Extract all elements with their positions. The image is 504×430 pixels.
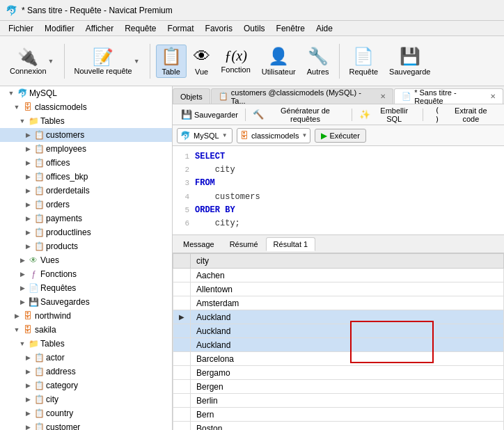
result-tab-resume[interactable]: Résumé — [222, 237, 266, 251]
table-row[interactable]: Auckland — [173, 338, 504, 352]
execute-play-icon: ▶ — [321, 131, 327, 141]
generateur-button[interactable]: 🔨 Générateur de requêtes — [249, 105, 349, 125]
sidebar-item-orderdetails[interactable]: ▶ 📋 orderdetails — [0, 184, 172, 198]
expand-orderdetails[interactable]: ▶ — [22, 187, 33, 194]
nouvelle-requete-button[interactable]: 📝 Nouvelle requête ▼ — [70, 46, 144, 77]
sidebar-item-sauvegardes[interactable]: ▶ 💾 Sauvegardes — [0, 295, 172, 309]
sidebar-item-category[interactable]: ▶ 📋 category — [0, 379, 172, 392]
sidebar-item-vues[interactable]: ▶ 👁 Vues — [0, 253, 172, 267]
expand-sakila[interactable]: ▼ — [11, 326, 22, 333]
table-row[interactable]: ▶Auckland — [173, 310, 504, 324]
expand-city[interactable]: ▶ — [22, 396, 33, 403]
expand-customer[interactable]: ▶ — [22, 424, 33, 430]
expand-tables[interactable]: ▼ — [17, 118, 28, 125]
menubar-item-aide[interactable]: Aide — [310, 22, 338, 35]
expand-mysql[interactable]: ▼ — [6, 90, 17, 97]
db-name-select[interactable]: 🗄 classicmodels ▼ — [237, 128, 310, 143]
expand-employees[interactable]: ▶ — [22, 145, 33, 152]
sidebar-item-country[interactable]: ▶ 📋 country — [0, 406, 172, 420]
embellir-button[interactable]: ✨ Embellir SQL — [355, 105, 420, 125]
table-row[interactable]: Allentown — [173, 282, 504, 296]
tab-objects[interactable]: Objets — [173, 88, 210, 104]
table-row[interactable]: Bern — [173, 408, 504, 422]
sidebar-item-classicmodels[interactable]: ▼ 🗄 classicmodels — [0, 100, 172, 114]
sidebar-item-city[interactable]: ▶ 📋 city — [0, 392, 172, 406]
sidebar-item-productlines[interactable]: ▶ 📋 productlines — [0, 225, 172, 239]
expand-products[interactable]: ▶ — [22, 243, 33, 250]
tab-query-close[interactable]: ✕ — [490, 93, 496, 100]
result-tab-resultat1[interactable]: Résultat 1 — [266, 237, 316, 251]
sidebar-item-tables-folder[interactable]: ▼ 📁 Tables — [0, 114, 172, 128]
expand-northwind[interactable]: ▶ — [11, 312, 22, 319]
sidebar-item-sakila-tables[interactable]: ▼ 📁 Tables — [0, 337, 172, 351]
utilisateur-button[interactable]: 👤 Utilisateur — [258, 45, 300, 77]
sidebar-item-northwind[interactable]: ▶ 🗄 northwind — [0, 309, 172, 323]
results-header-row: city — [173, 254, 504, 269]
sauvegarde-button[interactable]: 💾 Sauvegarde — [385, 45, 434, 77]
results-container[interactable]: city AachenAllentownAmsterdam▶AucklandAu… — [173, 253, 504, 430]
sidebar-item-customer[interactable]: ▶ 📋 customer — [0, 420, 172, 430]
menubar-item-fichier[interactable]: Fichier — [3, 22, 39, 35]
menubar-item-requête[interactable]: Requête — [119, 22, 162, 35]
table-row[interactable]: Boston — [173, 422, 504, 430]
sidebar-item-payments[interactable]: ▶ 📋 payments — [0, 212, 172, 225]
table-row[interactable]: Bergamo — [173, 366, 504, 380]
fonction-button[interactable]: ƒ(x) Fonction — [217, 47, 255, 75]
extraire-button[interactable]: ( ) Extrait de code — [426, 104, 500, 125]
sidebar-item-requetes[interactable]: ▶ 📄 Requêtes — [0, 281, 172, 295]
expand-category[interactable]: ▶ — [22, 382, 33, 389]
expand-classicmodels[interactable]: ▼ — [11, 104, 22, 111]
table-row[interactable]: Aachen — [173, 269, 504, 282]
table-row[interactable]: Amsterdam — [173, 296, 504, 310]
menubar-item-outils[interactable]: Outils — [238, 22, 271, 35]
expand-offices-bkp[interactable]: ▶ — [22, 173, 33, 180]
connexion-button[interactable]: 🔌 Connexion ▼ — [6, 46, 58, 77]
menubar-item-afficher[interactable]: Afficher — [80, 22, 119, 35]
expand-offices[interactable]: ▶ — [22, 159, 33, 166]
sidebar-item-mysql[interactable]: ▼ 🐬 MySQL — [0, 86, 172, 100]
expand-sakila-tables[interactable]: ▼ — [17, 340, 28, 347]
table-row[interactable]: Barcelona — [173, 352, 504, 366]
sidebar-item-customers[interactable]: ▶ 📋 customers — [0, 128, 172, 142]
expand-payments[interactable]: ▶ — [22, 215, 33, 222]
code-editor[interactable]: 1 SELECT 2 city 3 FROM 4 customers 5 ORD… — [173, 146, 504, 235]
expand-requetes[interactable]: ▶ — [17, 285, 28, 292]
expand-address[interactable]: ▶ — [22, 368, 33, 375]
expand-customers[interactable]: ▶ — [22, 132, 33, 138]
expand-orders[interactable]: ▶ — [22, 201, 33, 208]
autres-button[interactable]: 🔧 Autres — [303, 45, 333, 77]
sidebar-item-fonctions[interactable]: ▶ ƒ Fonctions — [0, 267, 172, 281]
sauvegarder-button[interactable]: 💾 Sauvegarder — [177, 108, 242, 121]
menubar-item-fenêtre[interactable]: Fenêtre — [271, 22, 310, 35]
table-row[interactable]: Bergen — [173, 380, 504, 394]
tab-customers-close[interactable]: ✕ — [380, 93, 386, 100]
sidebar-item-sakila[interactable]: ▼ 🗄 sakila — [0, 323, 172, 337]
db-engine-select[interactable]: 🐬 MySQL ▼ — [177, 128, 233, 143]
sidebar-item-address[interactable]: ▶ 📋 address — [0, 365, 172, 379]
menubar-item-modifier[interactable]: Modifier — [39, 22, 80, 35]
table-button[interactable]: 📋 Table — [156, 45, 187, 78]
sidebar-item-orders[interactable]: ▶ 📋 orders — [0, 198, 172, 212]
menubar-item-favoris[interactable]: Favoris — [200, 22, 238, 35]
result-tab-message[interactable]: Message — [175, 237, 222, 251]
table-row[interactable]: Auckland — [173, 324, 504, 338]
expand-vues[interactable]: ▶ — [17, 257, 28, 264]
menubar-item-format[interactable]: Format — [162, 22, 200, 35]
sidebar-item-actor[interactable]: ▶ 📋 actor — [0, 351, 172, 365]
nouvelle-requete-label: Nouvelle requête — [74, 67, 132, 75]
table-row[interactable]: Berlin — [173, 394, 504, 408]
tab-customers[interactable]: 📋 customers @classicmodels (MySQL) - Ta.… — [211, 88, 393, 104]
sidebar-item-products[interactable]: ▶ 📋 products — [0, 239, 172, 253]
sidebar-item-offices[interactable]: ▶ 📋 offices — [0, 156, 172, 170]
expand-productlines[interactable]: ▶ — [22, 229, 33, 236]
requete-button[interactable]: 📄 Requête — [345, 45, 383, 77]
sidebar-item-employees[interactable]: ▶ 📋 employees — [0, 142, 172, 156]
sidebar-item-offices-bkp[interactable]: ▶ 📋 offices_bkp — [0, 170, 172, 184]
vue-button[interactable]: 👁 Vue — [189, 45, 214, 77]
expand-actor[interactable]: ▶ — [22, 354, 33, 361]
expand-fonctions[interactable]: ▶ — [17, 271, 28, 278]
expand-sauvegardes[interactable]: ▶ — [17, 298, 28, 305]
expand-country[interactable]: ▶ — [22, 410, 33, 417]
execute-button[interactable]: ▶ Exécuter — [315, 129, 365, 143]
tab-query[interactable]: 📄 * Sans titre - Requête ✕ — [394, 88, 503, 104]
